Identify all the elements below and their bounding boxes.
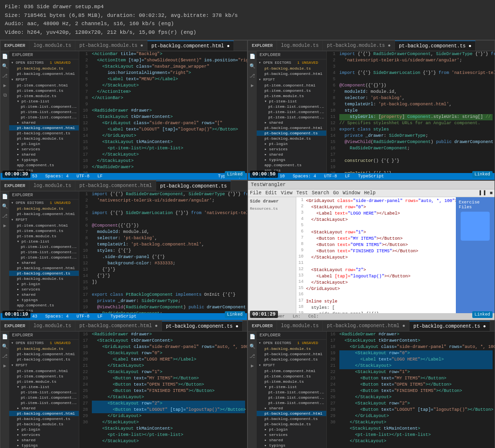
tw-menu-test[interactable]: Test (296, 190, 308, 196)
f6-blog-html[interactable]: pt-backlog.component.html (257, 411, 326, 416)
f3-blog-mod[interactable]: pt-backlog.module.ts (9, 276, 79, 281)
open-editors-6[interactable]: ▾ OPEN EDITORS 1 UNSAVED (257, 340, 326, 346)
f6-shared2[interactable]: ▸ shared (257, 437, 326, 443)
f6-services[interactable]: ▸ services (257, 432, 326, 437)
f6-list-css[interactable]: pt-item-list.component.css (257, 390, 326, 395)
debug-icon-1[interactable]: ▶ (1, 82, 8, 89)
f3-app-ts[interactable]: app.component.ts (9, 303, 79, 308)
f3-services[interactable]: ▸ services (9, 287, 79, 292)
f-blog-ts-2[interactable]: pt-backlog.component.ts (257, 130, 326, 136)
tab-module-1[interactable]: pt-backlog.module.ts ● (75, 41, 147, 51)
files-icon-3[interactable]: 📄 (1, 193, 8, 200)
f5-list[interactable]: ▾ pt-item-list (9, 384, 79, 390)
rpsft-title-1[interactable]: ▾ RPSFT (9, 76, 79, 83)
tab-bar-3[interactable]: EXPLORER log.module.ts pt-backlog.compon… (0, 181, 247, 191)
rpsft-6[interactable]: ▾ RPSFT (257, 362, 326, 368)
tab-log-5[interactable]: log.module.ts (29, 321, 75, 331)
f3-item-ts[interactable]: pt-item.component.ts (9, 228, 79, 233)
tab-html-6[interactable]: pt-backlog.component.html ● (323, 321, 409, 331)
f5-item-ts[interactable]: pt-item.component.ts (9, 374, 79, 379)
f3-item-mod[interactable]: pt-item.module.ts (9, 233, 79, 239)
open-editors-5[interactable]: ▾ OPEN EDITORS 1 UNSAVED (9, 340, 79, 346)
f6-html[interactable]: pt-backlog.component.html (257, 351, 326, 357)
search-icon-6[interactable]: 🔍 (249, 343, 256, 350)
f3-shared2[interactable]: ▸ shared (9, 292, 79, 297)
folder-shared-1[interactable]: ▸ shared (9, 120, 79, 125)
tw-menu-file[interactable]: File (250, 190, 262, 196)
file-backlog-html-1[interactable]: pt-backlog.component.html (9, 71, 79, 76)
f5-list-html[interactable]: pt-item-list.component.html (9, 395, 79, 400)
f-app-ts-2[interactable]: app.component.ts (257, 162, 326, 168)
open-editors-3[interactable]: ▾ OPEN EDITORS 1 UNSAVED (9, 200, 79, 206)
f6-list-ts[interactable]: pt-item-list.component.ts (257, 400, 326, 405)
f5-blog-ts[interactable]: pt-backlog.component.ts (9, 416, 79, 421)
file-app-ts-1[interactable]: app.component.ts (9, 162, 79, 168)
file-list-css-1[interactable]: pt-item-list.component.css (9, 104, 79, 109)
f-html-2[interactable]: pt-backlog.component.html (257, 71, 326, 76)
f-item-ts-2[interactable]: pt-item.component.ts (257, 88, 326, 93)
file-list-html-1[interactable]: pt-item-list.component.html (9, 109, 79, 115)
ext-icon-1[interactable]: ⧉ (1, 92, 8, 99)
f-item-html-2[interactable]: pt-item.component.html (257, 83, 326, 88)
tw-menu-help[interactable]: Help (364, 190, 376, 196)
open-editors-2[interactable]: ▾ OPEN EDITORS 1 UNSAVED (257, 59, 326, 66)
search-icon-5[interactable]: 🔍 (1, 343, 8, 350)
tw-menu-go[interactable]: Go (333, 190, 339, 196)
f6-item-mod[interactable]: pt-item.module.ts (257, 379, 326, 384)
f-services-2[interactable]: ▸ services (257, 146, 326, 152)
f5-blog-mod[interactable]: pt-backlog.module.ts (9, 421, 79, 427)
f3-blog-html[interactable]: pt-backlog.component.html (9, 265, 79, 271)
rpsft-3[interactable]: ▾ RPSFT (9, 217, 79, 223)
f-list-html-2[interactable]: pt-item-list.component.html (257, 109, 326, 115)
tab-bar-1[interactable]: EXPLORER log.module.ts pt-backlog.module… (0, 41, 247, 51)
file-item-ts-1[interactable]: pt-item.component.ts (9, 88, 79, 93)
tab-bar-6[interactable]: EXPLORER log.module.ts pt-backlog.compon… (248, 321, 495, 332)
debug-icon-6[interactable]: ▶ (249, 362, 256, 369)
tw-menu-bar[interactable]: File Edit View Test Search Go Window Hel… (248, 189, 495, 197)
f5-module[interactable]: pt-backlog.module.ts (9, 346, 79, 351)
file-backlog-comp-ts-1[interactable]: pt-backlog.component.ts (9, 130, 79, 136)
tab-html-1[interactable]: pt-backlog.component.html ● (147, 41, 234, 51)
tab-log-1[interactable]: log.module.ts (29, 41, 75, 51)
f5-html2[interactable]: pt-backlog.component.ts (9, 357, 79, 362)
tw-sidebar-item-1[interactable]: Resources.ts (250, 206, 294, 212)
files-icon-6[interactable]: 📄 (249, 333, 256, 340)
f5-list-ts[interactable]: pt-item-list.component.ts (9, 400, 79, 405)
f3-list-html[interactable]: pt-item-list.component.html (9, 249, 79, 255)
file-backlog-comp-html-1[interactable]: pt-backlog.component.html (9, 125, 79, 130)
f-list-ts-2[interactable]: pt-item-list.component.ts (257, 115, 326, 120)
tab-ts-5[interactable]: pt-backlog.component.ts ● (162, 321, 243, 331)
tab-explorer-5[interactable]: EXPLORER (0, 321, 29, 331)
file-item-html-1[interactable]: pt-item.component.html (9, 83, 79, 88)
tab-bar-2[interactable]: EXPLORER log.module.ts pt-backlog.module… (248, 41, 495, 51)
tab-bar-5[interactable]: EXPLORER log.module.ts pt-backlog.compon… (0, 321, 247, 332)
f-item-mod-2[interactable]: pt-item.module.ts (257, 93, 326, 99)
f5-shared2[interactable]: ▸ shared (9, 437, 79, 443)
f-login-2[interactable]: ▸ pt-login (257, 141, 326, 146)
tw-menu-view[interactable]: View (281, 190, 292, 196)
f6-blog-mod[interactable]: pt-backlog.module.ts (257, 421, 326, 427)
f-blog-html-2[interactable]: pt-backlog.component.html (257, 125, 326, 130)
f-shared-2[interactable]: ▸ shared (257, 120, 326, 125)
tab-explorer-1[interactable]: EXPLORER (0, 41, 29, 51)
folder-shared2-1[interactable]: ▸ shared (9, 152, 79, 157)
tab-module-2[interactable]: pt-backlog.module.ts ● (323, 41, 395, 51)
files-icon-1[interactable]: 📄 (1, 53, 8, 60)
f5-services[interactable]: ▸ services (9, 432, 79, 437)
tab-html-3[interactable]: pt-backlog.component.html (75, 181, 156, 191)
f6-login[interactable]: ▸ pt-login (257, 427, 326, 432)
tab-log-3[interactable]: log.module.ts (29, 181, 75, 191)
f-typings-2[interactable]: ▸ typings (257, 157, 326, 162)
file-list-ts-1[interactable]: pt-item-list.component.ts (9, 115, 79, 120)
f-list-2[interactable]: ▾ pt-item-list (257, 99, 326, 104)
rpsft-5[interactable]: ▾ RPSFT (9, 362, 79, 368)
debug-icon-3[interactable]: ▶ (1, 222, 8, 229)
open-editors-title-1[interactable]: ▾ OPEN EDITORS 1 UNSAVED (9, 59, 79, 66)
f6-list[interactable]: ▾ pt-item-list (257, 384, 326, 390)
search-icon-1[interactable]: 🔍 (1, 63, 8, 70)
tw-menu-edit[interactable]: Edit (265, 190, 277, 196)
git-icon-5[interactable]: ⎇ (1, 353, 8, 360)
tw-menu-search[interactable]: Search (312, 190, 329, 196)
debug-icon-5[interactable]: ▶ (1, 362, 8, 369)
f3-list-css[interactable]: pt-item-list.component.css (9, 244, 79, 249)
